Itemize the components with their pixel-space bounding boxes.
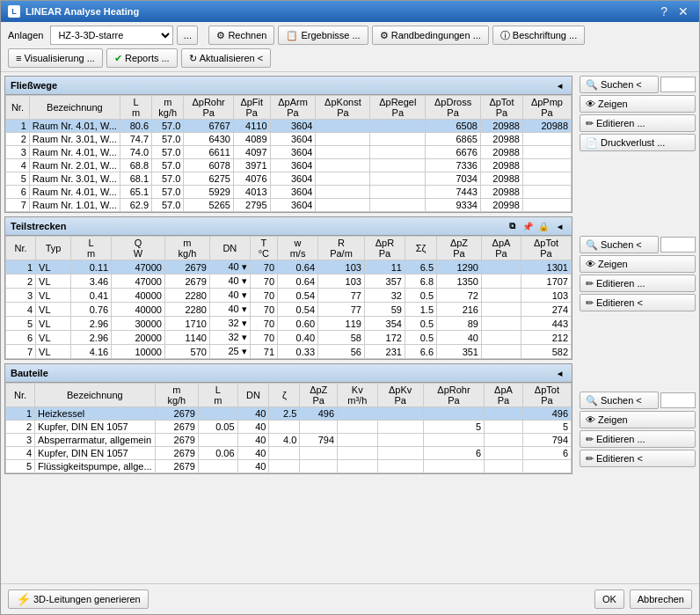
teil-collapse-icon[interactable]: ◂ <box>552 219 566 233</box>
visualisierung-icon: ≡ <box>16 53 21 63</box>
teil-suchen-input[interactable] <box>660 237 696 253</box>
visualisierung-button[interactable]: ≡ Visualisierung ... <box>8 48 103 68</box>
fliess-table: Nr. Bezeichnung Lm mkg/h ΔpRohrPa ΔpFitP… <box>5 95 572 212</box>
gen-button[interactable]: ⚡ 3D-Leitungen generieren <box>8 589 149 609</box>
teil-search-icon: 🔍 <box>586 239 598 251</box>
reports-check-icon: ✔ <box>114 53 122 64</box>
sep2 <box>580 315 696 318</box>
bottom-left: ⚡ 3D-Leitungen generieren <box>8 589 149 609</box>
table-row[interactable]: 4Kupfer, DIN EN 105726790.064066 <box>6 447 572 460</box>
fliess-col-nr: Nr. <box>6 96 30 120</box>
ergebnisse-button[interactable]: 📋 Ergebnisse ... <box>278 26 368 45</box>
rechnen-button[interactable]: ⚙ Rechnen <box>208 26 274 45</box>
baut-suchen-input[interactable] <box>660 392 696 408</box>
table-row[interactable]: 4Raum Nr. 2.01, W...68.857.0607839713604… <box>6 159 572 172</box>
baut-col-kv: Kvm³/h <box>338 384 377 407</box>
baut-collapse-icon[interactable]: ◂ <box>552 366 566 380</box>
teil-suchen-row: 🔍 Suchen < <box>580 236 696 253</box>
baut-col-dpA: ΔpAPa <box>485 384 523 407</box>
beschriftung-button[interactable]: ⓘ Beschriftung ... <box>492 26 585 45</box>
table-row[interactable]: 3VL0.4140000228040 ▾700.5477320.572103 <box>6 289 572 303</box>
table-row[interactable]: 1VL0.1147000267940 ▾700.64103116.5129013… <box>6 260 572 275</box>
fliess-header-row: Nr. Bezeichnung Lm mkg/h ΔpRohrPa ΔpFitP… <box>6 96 572 120</box>
teil-pin-icon[interactable]: 📌 <box>521 219 535 233</box>
toolbar-group-1: ⚙ Rechnen 📋 Ergebnisse ... ⚙ Randbedingu… <box>208 26 585 45</box>
table-row[interactable]: 7Raum Nr. 1.01, W...62.957.0526527953604… <box>6 199 572 212</box>
table-row[interactable]: 6VL2.9620000114032 ▾700.40581720.540212 <box>6 331 572 345</box>
baut-table-scroll[interactable]: Nr. Bezeichnung mkg/h Lm DN ζ ΔpZPa Kvm³… <box>5 383 572 473</box>
fliess-edit-icon: ✏ <box>586 118 594 129</box>
teil-zeigen-icon: 👁 <box>586 259 595 269</box>
fliess-col-dpArm: ΔpArmPa <box>270 96 316 120</box>
abbrechen-button[interactable]: Abbrechen <box>630 589 692 609</box>
ok-button[interactable]: OK <box>594 589 624 609</box>
teil-zeigen-button[interactable]: 👁 Zeigen <box>580 255 696 273</box>
reports-button[interactable]: ✔ Reports ... <box>106 48 178 68</box>
title-bar: L LINEAR Analyse Heating ? ✕ <box>1 1 699 22</box>
anlagen-label: Anlagen <box>8 30 43 40</box>
fliess-druckverlust-icon: 📄 <box>586 137 598 149</box>
baut-edit2-icon: ✏ <box>586 453 594 465</box>
fliess-col-bez: Bezeichnung <box>29 96 120 120</box>
teil-suchen-button[interactable]: 🔍 Suchen < <box>580 236 659 253</box>
baut-section: Bauteile ◂ Nr. Bezeichnung mkg/h Lm <box>4 363 572 474</box>
baut-suchen-button[interactable]: 🔍 Suchen < <box>580 392 659 409</box>
anlagen-menu-button[interactable]: ... <box>177 26 198 45</box>
fliess-section: Fließwege ◂ Nr. Bezeichnung Lm mkg/h <box>4 76 572 213</box>
teil-split-icon[interactable]: ⧉ <box>505 219 519 233</box>
fliess-suchen-button[interactable]: 🔍 Suchen < <box>580 76 659 93</box>
teil-col-q: QW <box>112 237 165 260</box>
table-row[interactable]: 5Flüssigkeitspumpe, allge...267940 <box>6 460 572 473</box>
baut-col-l: Lm <box>199 384 238 407</box>
table-row[interactable]: 2Kupfer, DIN EN 105726790.054055 <box>6 421 572 434</box>
teil-title: Teilstrecken <box>11 221 66 231</box>
help-button[interactable]: ? <box>657 5 671 18</box>
teil-editieren1-button[interactable]: ✏ Editieren ... <box>580 275 696 292</box>
baut-controls: ◂ <box>552 366 566 380</box>
teil-lock-icon[interactable]: 🔒 <box>536 219 551 233</box>
baut-zeigen-button[interactable]: 👁 Zeigen <box>580 411 696 428</box>
fliess-suchen-input[interactable] <box>660 77 696 92</box>
baut-editieren1-button[interactable]: ✏ Editieren ... <box>580 430 696 448</box>
randbedingungen-button[interactable]: ⚙ Randbedingungen ... <box>372 26 489 45</box>
fliess-col-dpDross: ΔpDrossPa <box>426 96 481 120</box>
teil-table-scroll[interactable]: Nr. Typ Lm QW mkg/h DN T°C wm/s RPa/m Δp… <box>5 236 572 359</box>
bottom-right: OK Abbrechen <box>594 589 692 609</box>
table-row[interactable]: 5Raum Nr. 3.01, W...68.157.0627540763604… <box>6 172 572 186</box>
fliess-zeigen-button[interactable]: 👁 Zeigen <box>580 95 696 113</box>
baut-sidebar: 🔍 Suchen < 👁 Zeigen ✏ Editieren ... ✏ Ed… <box>580 392 696 467</box>
table-row[interactable]: 2VL3.4647000267940 ▾700.641033576.813501… <box>6 275 572 289</box>
baut-search-icon: 🔍 <box>586 395 598 406</box>
teil-editieren2-button[interactable]: ✏ Editieren < <box>580 294 696 311</box>
table-row[interactable]: 1Raum Nr. 4.01, W...80.657.0676741103604… <box>6 120 572 133</box>
baut-col-z: ζ <box>269 384 300 407</box>
search-icon: 🔍 <box>586 79 598 91</box>
table-row[interactable]: 2Raum Nr. 3.01, W...74.757.0643040893604… <box>6 133 572 146</box>
teil-col-nr: Nr. <box>6 237 36 260</box>
anlagen-dropdown[interactable]: HZ-3-3D-starre <box>50 26 173 45</box>
fliess-col-dpRegel: ΔpRegelPa <box>370 96 426 120</box>
bottom-bar: ⚡ 3D-Leitungen generieren OK Abbrechen <box>1 583 699 614</box>
teil-sidebar: 🔍 Suchen < 👁 Zeigen ✏ Editieren ... ✏ Ed… <box>580 236 696 311</box>
fliess-controls: ◂ <box>552 78 566 92</box>
fliess-col-dpRohr: ΔpRohrPa <box>184 96 234 120</box>
table-row[interactable]: 4VL0.7640000228040 ▾700.5477591.5216274 <box>6 303 572 317</box>
close-button[interactable]: ✕ <box>674 5 692 18</box>
table-row[interactable]: 1Heizkessel2679402.5496496 <box>6 407 572 421</box>
table-row[interactable]: 3Raum Nr. 4.01, W...74.057.0661140973604… <box>6 146 572 159</box>
aktualisieren-button[interactable]: ↻ Aktualisieren < <box>181 48 271 68</box>
toolbar: Anlagen HZ-3-3D-starre ... ⚙ Rechnen 📋 E… <box>1 22 699 72</box>
sep1 <box>580 155 696 158</box>
fliess-col-dpPmp: ΔpPmpPa <box>522 96 571 120</box>
fliess-druckverlust-button[interactable]: 📄 Druckverlust ... <box>580 134 696 151</box>
baut-editieren2-button[interactable]: ✏ Editieren < <box>580 450 696 467</box>
teil-col-sz: Σζ <box>405 237 436 260</box>
fliess-table-scroll[interactable]: Nr. Bezeichnung Lm mkg/h ΔpRohrPa ΔpFitP… <box>5 95 572 212</box>
fliess-collapse-icon[interactable]: ◂ <box>552 78 566 92</box>
table-row[interactable]: 5VL2.9630000171032 ▾700.601193540.589443 <box>6 317 572 331</box>
table-row[interactable]: 3Absperrarmatur, allgemein2679404.079479… <box>6 434 572 447</box>
table-row[interactable]: 6Raum Nr. 4.01, W...65.157.0592940133604… <box>6 186 572 199</box>
baut-zeigen-icon: 👁 <box>586 414 595 425</box>
table-row[interactable]: 7VL4.161000057025 ▾710.33562316.6351582 <box>6 345 572 359</box>
fliess-editieren-button[interactable]: ✏ Editieren ... <box>580 114 696 132</box>
